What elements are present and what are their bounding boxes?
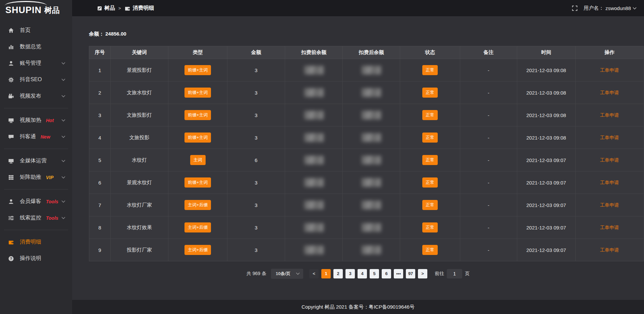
work-order-link[interactable]: 工单申请 [600, 225, 619, 230]
sidebar-item-video-publish[interactable]: 视频发布 [0, 88, 72, 104]
cell-no: 9 [89, 239, 111, 261]
cell-pre-balance [285, 104, 343, 126]
table-row: 6 景观水纹灯 前缀+主词 3 正常 - 2021-12-03 09:07 工单… [89, 171, 644, 194]
more-pages-button[interactable]: ••• [394, 269, 403, 278]
sidebar-item-label: 首页 [20, 27, 31, 34]
sidebar-item-tag: Tools [46, 199, 58, 204]
masked-value [362, 66, 381, 74]
fullscreen-icon[interactable] [572, 5, 578, 11]
sidebar-item-video-heating[interactable]: 视频加热 Hot [0, 112, 72, 128]
cell-status: 正常 [400, 171, 460, 194]
cell-pre-balance [285, 59, 343, 82]
type-badge: 主词+后缀 [184, 245, 211, 255]
sidebar-item-douketong[interactable]: 抖客通 New [0, 128, 72, 145]
video-icon [8, 93, 15, 99]
cell-time: 2021-12-03 09:07 [517, 216, 576, 239]
page-number-button[interactable]: 3 [345, 269, 355, 278]
masked-value [304, 66, 324, 74]
sidebar-item-matrix-boost[interactable]: 矩阵助推 VIP [0, 169, 72, 186]
chevron-down-icon [61, 200, 65, 203]
cell-no: 3 [89, 104, 111, 126]
page-number-button[interactable]: 4 [358, 269, 367, 278]
sidebar-item-tag: Tools [46, 215, 58, 221]
chevron-down-icon [61, 78, 65, 81]
dashboard-icon [97, 6, 102, 11]
sidebar-item-member-baoke[interactable]: 会员爆客 Tools [0, 193, 72, 210]
sidebar-item-label: 操作说明 [20, 255, 41, 262]
masked-value [304, 88, 324, 97]
type-badge: 前缀+主词 [184, 88, 211, 98]
page-number-button[interactable]: 1 [321, 269, 331, 278]
masked-value [362, 133, 381, 142]
goto-page-input[interactable]: 1 [447, 269, 462, 278]
sidebar-item-label: 抖客通 [20, 133, 36, 140]
cell-keyword: 文旅水纹灯 [111, 82, 168, 104]
page-size-select[interactable]: 10条/页 [271, 269, 303, 279]
breadcrumb-item[interactable]: 消费明细 [124, 5, 154, 12]
work-order-link[interactable]: 工单申请 [600, 90, 619, 95]
cell-type: 前缀+主词 [168, 104, 227, 126]
column-header: 备注 [460, 46, 517, 59]
cell-status: 正常 [400, 104, 460, 126]
type-badge: 前缀+主词 [184, 133, 211, 143]
monitor-icon [8, 117, 15, 123]
status-badge: 正常 [422, 177, 438, 188]
page-number-button[interactable]: 5 [370, 269, 379, 278]
sidebar-item-account-management[interactable]: 账号管理 [0, 55, 72, 71]
breadcrumb-separator: > [118, 6, 121, 11]
sidebar-item-clue-monitor[interactable]: 线索监控 Tools [0, 210, 72, 226]
prev-page-button[interactable]: < [309, 269, 319, 278]
bar-chart-icon [8, 44, 15, 50]
work-order-link[interactable]: 工单申请 [600, 112, 619, 118]
chat-icon [8, 134, 15, 140]
cell-post-balance [343, 104, 400, 126]
cell-action: 工单申请 [576, 194, 644, 216]
sidebar-item-douyin-seo[interactable]: 抖音SEO [0, 71, 72, 88]
sidebar-item-home[interactable]: 首页 [0, 22, 72, 39]
cell-keyword: 水纹灯效果 [111, 216, 168, 239]
sidebar-item-consumption-detail[interactable]: 消费明细 [0, 234, 72, 250]
work-order-link[interactable]: 工单申请 [600, 67, 619, 73]
sidebar-item-operation-guide[interactable]: ? 操作说明 [0, 250, 72, 267]
cell-pre-balance [285, 126, 343, 149]
sidebar-item-data-overview[interactable]: 数据总览 [0, 39, 72, 55]
cell-post-balance [343, 171, 400, 194]
cell-post-balance [343, 239, 400, 261]
cell-type: 前缀+主词 [168, 171, 227, 194]
footer: Copyright 树品 2021 备案号：粤ICP备09019646号 [72, 300, 644, 314]
work-order-link[interactable]: 工单申请 [600, 180, 619, 185]
cell-pre-balance [285, 194, 343, 216]
cell-time: 2021-12-03 09:08 [517, 104, 576, 126]
cell-no: 6 [89, 171, 111, 194]
next-page-button[interactable]: > [418, 269, 427, 278]
breadcrumb-item[interactable]: 树品 [97, 5, 115, 12]
cell-action: 工单申请 [576, 126, 644, 149]
column-header: 金额 [227, 46, 285, 59]
menu-divider [4, 108, 68, 108]
chevron-down-icon [61, 136, 65, 138]
cell-amount: 3 [227, 171, 285, 194]
page-number-button[interactable]: 6 [382, 269, 391, 278]
masked-value [304, 178, 324, 187]
cell-remark: - [460, 239, 517, 261]
username-value: zswodun88 [605, 5, 631, 11]
username-menu[interactable]: 用户名：zswodun88 [584, 5, 637, 11]
work-order-link[interactable]: 工单申请 [600, 202, 619, 208]
status-badge: 正常 [422, 133, 438, 143]
cell-post-balance [343, 194, 400, 216]
sidebar-item-all-media-operation[interactable]: 全媒体运营 [0, 153, 72, 169]
gear-icon [8, 77, 15, 83]
home-icon [8, 28, 15, 34]
app-logo[interactable]: SHUPIN 树品 [0, 0, 72, 17]
goto-unit: 页 [465, 271, 470, 277]
wallet-icon [8, 239, 15, 245]
work-order-link[interactable]: 工单申请 [600, 247, 619, 253]
sidebar-item-tag: VIP [46, 175, 54, 180]
chevron-down-icon [296, 272, 300, 275]
page-number-button[interactable]: 2 [333, 269, 343, 278]
cell-amount: 3 [227, 216, 285, 239]
cell-remark: - [460, 82, 517, 104]
page-number-button[interactable]: 97 [406, 269, 415, 278]
work-order-link[interactable]: 工单申请 [600, 135, 619, 140]
work-order-link[interactable]: 工单申请 [600, 157, 619, 163]
